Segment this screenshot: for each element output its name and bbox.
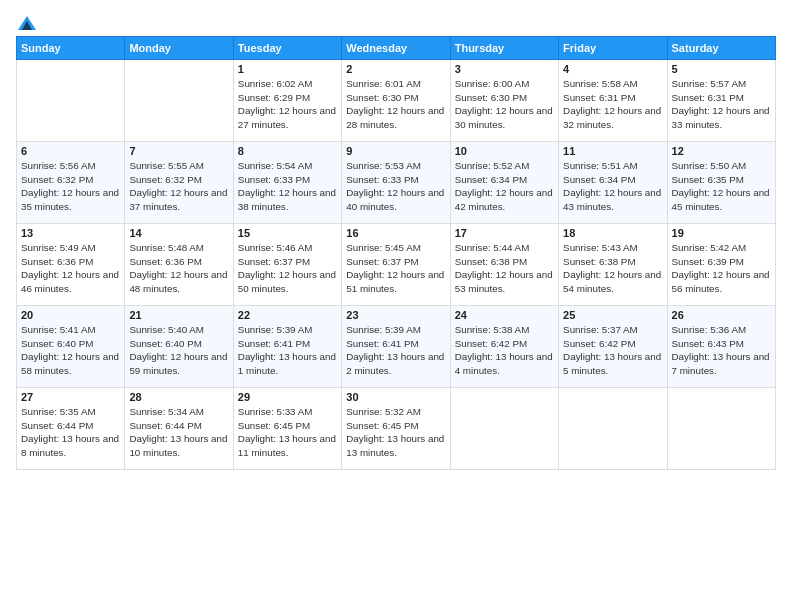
calendar-cell: 16Sunrise: 5:45 AM Sunset: 6:37 PM Dayli… — [342, 224, 450, 306]
calendar-cell: 6Sunrise: 5:56 AM Sunset: 6:32 PM Daylig… — [17, 142, 125, 224]
day-info: Sunrise: 5:49 AM Sunset: 6:36 PM Dayligh… — [21, 241, 120, 296]
day-number: 15 — [238, 227, 337, 239]
calendar-cell — [559, 388, 667, 470]
day-number: 2 — [346, 63, 445, 75]
day-number: 6 — [21, 145, 120, 157]
day-info: Sunrise: 6:02 AM Sunset: 6:29 PM Dayligh… — [238, 77, 337, 132]
day-number: 17 — [455, 227, 554, 239]
calendar: SundayMondayTuesdayWednesdayThursdayFrid… — [16, 36, 776, 470]
day-info: Sunrise: 5:57 AM Sunset: 6:31 PM Dayligh… — [672, 77, 771, 132]
day-info: Sunrise: 5:32 AM Sunset: 6:45 PM Dayligh… — [346, 405, 445, 460]
calendar-cell: 12Sunrise: 5:50 AM Sunset: 6:35 PM Dayli… — [667, 142, 775, 224]
day-info: Sunrise: 5:52 AM Sunset: 6:34 PM Dayligh… — [455, 159, 554, 214]
calendar-cell: 24Sunrise: 5:38 AM Sunset: 6:42 PM Dayli… — [450, 306, 558, 388]
day-number: 29 — [238, 391, 337, 403]
day-info: Sunrise: 5:51 AM Sunset: 6:34 PM Dayligh… — [563, 159, 662, 214]
calendar-cell: 3Sunrise: 6:00 AM Sunset: 6:30 PM Daylig… — [450, 60, 558, 142]
day-info: Sunrise: 5:34 AM Sunset: 6:44 PM Dayligh… — [129, 405, 228, 460]
day-info: Sunrise: 5:33 AM Sunset: 6:45 PM Dayligh… — [238, 405, 337, 460]
calendar-cell: 18Sunrise: 5:43 AM Sunset: 6:38 PM Dayli… — [559, 224, 667, 306]
day-number: 4 — [563, 63, 662, 75]
calendar-cell: 17Sunrise: 5:44 AM Sunset: 6:38 PM Dayli… — [450, 224, 558, 306]
day-info: Sunrise: 5:40 AM Sunset: 6:40 PM Dayligh… — [129, 323, 228, 378]
day-info: Sunrise: 5:48 AM Sunset: 6:36 PM Dayligh… — [129, 241, 228, 296]
calendar-cell: 30Sunrise: 5:32 AM Sunset: 6:45 PM Dayli… — [342, 388, 450, 470]
calendar-cell: 13Sunrise: 5:49 AM Sunset: 6:36 PM Dayli… — [17, 224, 125, 306]
calendar-cell: 4Sunrise: 5:58 AM Sunset: 6:31 PM Daylig… — [559, 60, 667, 142]
day-info: Sunrise: 5:38 AM Sunset: 6:42 PM Dayligh… — [455, 323, 554, 378]
calendar-cell: 9Sunrise: 5:53 AM Sunset: 6:33 PM Daylig… — [342, 142, 450, 224]
day-number: 28 — [129, 391, 228, 403]
day-info: Sunrise: 5:39 AM Sunset: 6:41 PM Dayligh… — [238, 323, 337, 378]
weekday-header-wednesday: Wednesday — [342, 37, 450, 60]
calendar-cell: 5Sunrise: 5:57 AM Sunset: 6:31 PM Daylig… — [667, 60, 775, 142]
calendar-cell — [17, 60, 125, 142]
calendar-cell: 2Sunrise: 6:01 AM Sunset: 6:30 PM Daylig… — [342, 60, 450, 142]
calendar-cell: 1Sunrise: 6:02 AM Sunset: 6:29 PM Daylig… — [233, 60, 341, 142]
calendar-cell — [125, 60, 233, 142]
day-info: Sunrise: 5:35 AM Sunset: 6:44 PM Dayligh… — [21, 405, 120, 460]
day-info: Sunrise: 5:43 AM Sunset: 6:38 PM Dayligh… — [563, 241, 662, 296]
calendar-cell: 27Sunrise: 5:35 AM Sunset: 6:44 PM Dayli… — [17, 388, 125, 470]
calendar-cell: 11Sunrise: 5:51 AM Sunset: 6:34 PM Dayli… — [559, 142, 667, 224]
day-info: Sunrise: 5:46 AM Sunset: 6:37 PM Dayligh… — [238, 241, 337, 296]
day-number: 19 — [672, 227, 771, 239]
day-info: Sunrise: 5:37 AM Sunset: 6:42 PM Dayligh… — [563, 323, 662, 378]
day-info: Sunrise: 5:44 AM Sunset: 6:38 PM Dayligh… — [455, 241, 554, 296]
day-number: 7 — [129, 145, 228, 157]
day-number: 9 — [346, 145, 445, 157]
calendar-cell: 7Sunrise: 5:55 AM Sunset: 6:32 PM Daylig… — [125, 142, 233, 224]
day-number: 8 — [238, 145, 337, 157]
day-number: 24 — [455, 309, 554, 321]
day-number: 20 — [21, 309, 120, 321]
day-info: Sunrise: 5:41 AM Sunset: 6:40 PM Dayligh… — [21, 323, 120, 378]
calendar-cell: 26Sunrise: 5:36 AM Sunset: 6:43 PM Dayli… — [667, 306, 775, 388]
day-number: 25 — [563, 309, 662, 321]
header — [16, 16, 776, 26]
day-info: Sunrise: 5:55 AM Sunset: 6:32 PM Dayligh… — [129, 159, 228, 214]
calendar-cell — [450, 388, 558, 470]
day-info: Sunrise: 5:50 AM Sunset: 6:35 PM Dayligh… — [672, 159, 771, 214]
day-number: 5 — [672, 63, 771, 75]
calendar-cell: 15Sunrise: 5:46 AM Sunset: 6:37 PM Dayli… — [233, 224, 341, 306]
calendar-cell: 23Sunrise: 5:39 AM Sunset: 6:41 PM Dayli… — [342, 306, 450, 388]
day-info: Sunrise: 6:00 AM Sunset: 6:30 PM Dayligh… — [455, 77, 554, 132]
day-number: 11 — [563, 145, 662, 157]
day-info: Sunrise: 5:42 AM Sunset: 6:39 PM Dayligh… — [672, 241, 771, 296]
day-number: 23 — [346, 309, 445, 321]
day-info: Sunrise: 5:36 AM Sunset: 6:43 PM Dayligh… — [672, 323, 771, 378]
day-info: Sunrise: 5:56 AM Sunset: 6:32 PM Dayligh… — [21, 159, 120, 214]
weekday-header-tuesday: Tuesday — [233, 37, 341, 60]
day-number: 21 — [129, 309, 228, 321]
calendar-cell: 19Sunrise: 5:42 AM Sunset: 6:39 PM Dayli… — [667, 224, 775, 306]
logo — [16, 16, 36, 26]
calendar-cell: 29Sunrise: 5:33 AM Sunset: 6:45 PM Dayli… — [233, 388, 341, 470]
day-info: Sunrise: 5:39 AM Sunset: 6:41 PM Dayligh… — [346, 323, 445, 378]
day-number: 30 — [346, 391, 445, 403]
calendar-cell: 8Sunrise: 5:54 AM Sunset: 6:33 PM Daylig… — [233, 142, 341, 224]
day-number: 13 — [21, 227, 120, 239]
day-number: 27 — [21, 391, 120, 403]
day-info: Sunrise: 5:45 AM Sunset: 6:37 PM Dayligh… — [346, 241, 445, 296]
day-number: 3 — [455, 63, 554, 75]
day-info: Sunrise: 5:53 AM Sunset: 6:33 PM Dayligh… — [346, 159, 445, 214]
day-number: 16 — [346, 227, 445, 239]
day-info: Sunrise: 5:58 AM Sunset: 6:31 PM Dayligh… — [563, 77, 662, 132]
calendar-cell: 28Sunrise: 5:34 AM Sunset: 6:44 PM Dayli… — [125, 388, 233, 470]
logo-icon — [18, 16, 36, 30]
day-number: 18 — [563, 227, 662, 239]
day-number: 12 — [672, 145, 771, 157]
day-number: 14 — [129, 227, 228, 239]
calendar-cell — [667, 388, 775, 470]
weekday-header-sunday: Sunday — [17, 37, 125, 60]
weekday-header-thursday: Thursday — [450, 37, 558, 60]
day-number: 1 — [238, 63, 337, 75]
calendar-cell: 20Sunrise: 5:41 AM Sunset: 6:40 PM Dayli… — [17, 306, 125, 388]
day-info: Sunrise: 5:54 AM Sunset: 6:33 PM Dayligh… — [238, 159, 337, 214]
weekday-header-friday: Friday — [559, 37, 667, 60]
calendar-cell: 10Sunrise: 5:52 AM Sunset: 6:34 PM Dayli… — [450, 142, 558, 224]
day-number: 26 — [672, 309, 771, 321]
day-number: 22 — [238, 309, 337, 321]
day-info: Sunrise: 6:01 AM Sunset: 6:30 PM Dayligh… — [346, 77, 445, 132]
weekday-header-saturday: Saturday — [667, 37, 775, 60]
